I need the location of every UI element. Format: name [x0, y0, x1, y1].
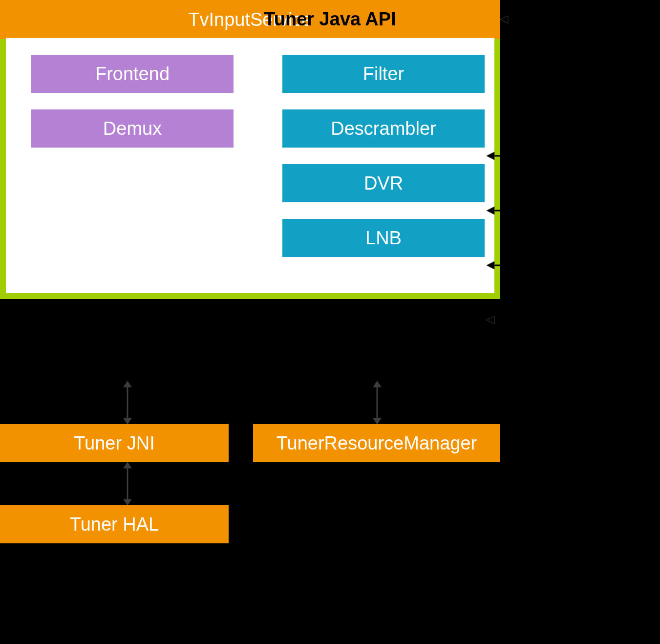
- lnb-box: LNB: [282, 219, 485, 257]
- filter-label: Filter: [363, 64, 404, 85]
- arrow-api-to-resource-mgr: [371, 381, 383, 424]
- arrow-api-to-jni: [122, 381, 133, 424]
- tuner-resource-manager-label: TunerResourceManager: [277, 433, 477, 454]
- svg-marker-9: [373, 381, 381, 387]
- filter-box: Filter: [282, 55, 485, 93]
- descrambler-label: Descrambler: [331, 118, 436, 139]
- tuner-java-api-panel: Frontend Demux Filter Descrambler DVR LN…: [6, 38, 494, 293]
- svg-marker-16: [500, 16, 508, 23]
- demux-box: Demux: [31, 109, 234, 148]
- tuner-resource-manager-box: TunerResourceManager: [253, 424, 500, 462]
- svg-marker-12: [124, 462, 131, 468]
- frontend-label: Frontend: [95, 64, 170, 85]
- descrambler-box: Descrambler: [282, 109, 485, 148]
- svg-marker-10: [373, 418, 381, 424]
- frontend-box: Frontend: [31, 55, 234, 93]
- demux-label: Demux: [103, 118, 162, 139]
- svg-marker-22: [487, 261, 494, 269]
- tuner-hal-box: Tuner HAL: [0, 505, 229, 543]
- tuner-java-api-label: Tuner Java API: [264, 9, 396, 30]
- svg-marker-13: [124, 499, 131, 505]
- svg-marker-24: [487, 316, 494, 324]
- dvr-label: DVR: [364, 173, 403, 194]
- right-side-connector: [485, 15, 656, 357]
- tuner-jni-box: Tuner JNI: [0, 424, 229, 462]
- lnb-label: LNB: [365, 228, 402, 249]
- tuner-hal-label: Tuner HAL: [70, 514, 159, 535]
- svg-marker-20: [487, 207, 494, 215]
- dvr-box: DVR: [282, 164, 485, 202]
- tuner-jni-label: Tuner JNI: [74, 433, 154, 454]
- tuner-java-api-container: Tuner Java API Frontend Demux Filter Des…: [0, 0, 500, 299]
- svg-marker-7: [124, 418, 131, 424]
- svg-marker-18: [487, 152, 494, 160]
- arrow-jni-to-hal: [122, 462, 133, 505]
- svg-marker-6: [124, 381, 131, 387]
